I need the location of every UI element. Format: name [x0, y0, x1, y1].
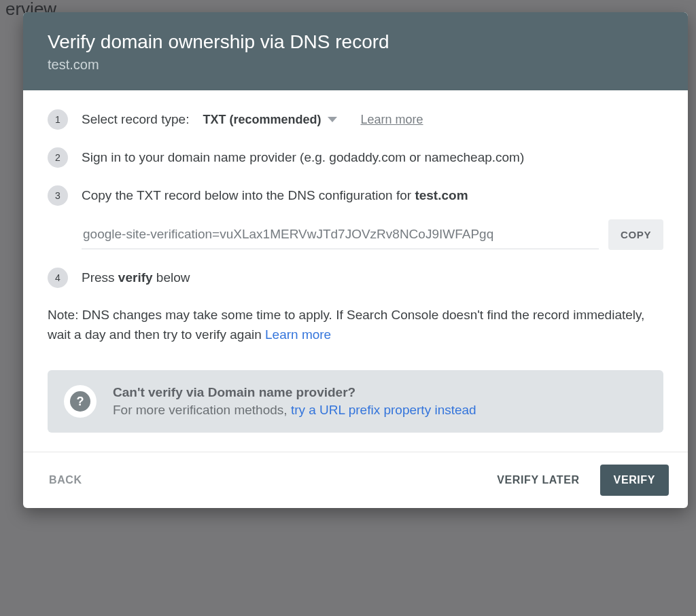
- alt-card-text: Can't verify via Domain name provider? F…: [113, 385, 476, 418]
- step-4-prefix: Press: [82, 270, 118, 285]
- question-mark-icon: ?: [70, 391, 90, 412]
- step-3-domain: test.com: [415, 188, 468, 202]
- step-2-text: Sign in to your domain name provider (e.…: [82, 150, 524, 165]
- step-number: 1: [48, 109, 68, 130]
- chevron-down-icon: [328, 117, 337, 122]
- step-3-text: Copy the TXT record below into the DNS c…: [82, 188, 468, 203]
- back-button[interactable]: BACK: [42, 467, 89, 493]
- step-4-bold: verify: [118, 270, 153, 285]
- dialog-title: Verify domain ownership via DNS record: [48, 31, 663, 53]
- step-4: 4 Press verify below: [48, 268, 663, 288]
- dialog-body: 1 Select record type: TXT (recommended) …: [23, 90, 688, 452]
- step-3: 3 Copy the TXT record below into the DNS…: [48, 185, 663, 206]
- url-prefix-link[interactable]: try a URL prefix property instead: [291, 403, 476, 417]
- txt-record-value[interactable]: google-site-verification=vuXLax1MERVwJTd…: [82, 220, 599, 249]
- learn-more-link[interactable]: Learn more: [360, 113, 423, 127]
- verify-later-button[interactable]: VERIFY LATER: [490, 467, 586, 493]
- step-number: 4: [48, 268, 68, 288]
- copy-button[interactable]: COPY: [608, 219, 663, 250]
- step-3-prefix: Copy the TXT record below into the DNS c…: [82, 188, 415, 202]
- record-type-dropdown[interactable]: TXT (recommended): [198, 111, 341, 128]
- dialog-actions: BACK VERIFY LATER VERIFY: [23, 452, 688, 508]
- step-number: 3: [48, 185, 68, 206]
- dns-note: Note: DNS changes may take some time to …: [48, 306, 663, 344]
- record-type-selected-value: TXT (recommended): [203, 113, 321, 127]
- step-4-suffix: below: [153, 270, 190, 285]
- step-4-text: Press verify below: [82, 270, 190, 285]
- verify-button[interactable]: VERIFY: [600, 465, 669, 496]
- step-number: 2: [48, 147, 68, 168]
- dialog-domain: test.com: [48, 57, 663, 73]
- step-1-label: Select record type:: [82, 112, 189, 127]
- verify-ownership-dialog: Verify domain ownership via DNS record t…: [23, 12, 688, 508]
- dialog-header: Verify domain ownership via DNS record t…: [23, 12, 688, 90]
- alt-card-title: Can't verify via Domain name provider?: [113, 385, 476, 400]
- step-1-content: Select record type: TXT (recommended) Le…: [82, 111, 423, 128]
- dns-note-learn-more-link[interactable]: Learn more: [265, 327, 331, 342]
- dns-note-text: Note: DNS changes may take some time to …: [48, 308, 644, 342]
- alternative-verification-card: ? Can't verify via Domain name provider?…: [48, 370, 663, 433]
- txt-record-row: google-site-verification=vuXLax1MERVwJTd…: [82, 219, 663, 250]
- alt-subtitle-prefix: For more verification methods,: [113, 403, 291, 417]
- step-2: 2 Sign in to your domain name provider (…: [48, 147, 663, 168]
- alt-card-subtitle: For more verification methods, try a URL…: [113, 403, 476, 418]
- help-icon: ?: [64, 385, 97, 418]
- step-1: 1 Select record type: TXT (recommended) …: [48, 109, 663, 130]
